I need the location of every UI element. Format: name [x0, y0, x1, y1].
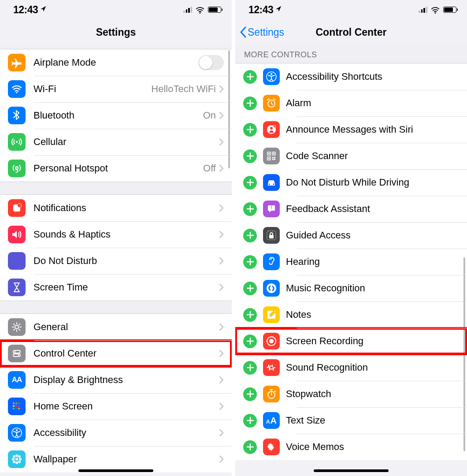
- svg-rect-10: [13, 354, 20, 357]
- settings-row-wallpaper[interactable]: Wallpaper: [0, 446, 232, 472]
- svg-point-49: [273, 184, 274, 185]
- row-label: Sound Recognition: [286, 362, 459, 373]
- control-row-do-not-disturb-while-driving[interactable]: Do Not Disturb While Driving: [235, 169, 467, 196]
- settings-group-network: Airplane ModeWi-FiHelloTech WiFiBluetoot…: [0, 49, 232, 182]
- add-control-button[interactable]: [243, 70, 257, 84]
- add-control-button[interactable]: [243, 255, 257, 269]
- control-row-stopwatch[interactable]: Stopwatch: [235, 381, 467, 407]
- settings-row-home-screen[interactable]: Home Screen: [0, 393, 232, 420]
- chevron-right-icon: [219, 231, 224, 238]
- dnd-icon: [8, 252, 26, 270]
- wifi-icon: [195, 6, 205, 14]
- svg-rect-41: [273, 153, 274, 154]
- svg-point-25: [15, 461, 18, 464]
- lock-icon: [263, 227, 280, 244]
- settings-group-general: GeneralControl CenterAADisplay & Brightn…: [0, 314, 232, 472]
- settings-row-do-not-disturb[interactable]: Do Not Disturb: [0, 248, 232, 274]
- flower-icon: [8, 450, 26, 468]
- svg-point-36: [270, 127, 273, 130]
- svg-rect-44: [272, 157, 274, 158]
- grid-icon: [8, 398, 26, 415]
- svg-point-22: [16, 429, 18, 431]
- control-row-sound-recognition[interactable]: Sound Recognition: [235, 354, 467, 381]
- settings-row-notifications[interactable]: Notifications: [0, 195, 232, 221]
- stopwatch-icon: [263, 386, 280, 402]
- add-control-button[interactable]: [243, 149, 257, 163]
- back-label: Settings: [248, 26, 284, 38]
- control-row-text-size[interactable]: AAText Size: [235, 407, 467, 434]
- control-row-feedback-assistant[interactable]: !Feedback Assistant: [235, 196, 467, 222]
- svg-rect-19: [15, 408, 17, 409]
- control-row-code-scanner[interactable]: Code Scanner: [235, 143, 467, 169]
- row-label: Stopwatch: [286, 388, 459, 400]
- svg-point-9: [15, 351, 16, 353]
- svg-point-53: [267, 283, 276, 293]
- settings-row-control-center[interactable]: Control Center: [0, 340, 232, 367]
- wifi-icon: [8, 80, 26, 98]
- control-row-announce-messages-with-siri[interactable]: Announce Messages with Siri: [235, 116, 467, 143]
- svg-point-57: [270, 366, 273, 369]
- add-control-button[interactable]: [243, 282, 257, 295]
- settings-row-airplane-mode[interactable]: Airplane Mode: [0, 49, 232, 76]
- chevron-right-icon: [219, 456, 224, 463]
- row-label: Home Screen: [33, 401, 219, 412]
- chevron-right-icon: [219, 257, 224, 264]
- qr-icon: [263, 148, 280, 164]
- chevron-right-icon: [219, 138, 224, 145]
- svg-rect-52: [269, 235, 274, 238]
- battery-icon: [443, 7, 456, 13]
- svg-point-28: [13, 455, 15, 458]
- add-control-button[interactable]: [243, 335, 257, 348]
- add-control-button[interactable]: [243, 387, 257, 401]
- sound-icon: [8, 226, 26, 243]
- settings-row-general[interactable]: General: [0, 314, 232, 340]
- control-row-notes[interactable]: Notes: [235, 301, 467, 328]
- settings-row-display-brightness[interactable]: AADisplay & Brightness: [0, 367, 232, 393]
- chevron-right-icon: [219, 429, 224, 436]
- row-label: Cellular: [33, 136, 219, 148]
- add-control-button[interactable]: [243, 176, 257, 190]
- status-time: 12:43: [248, 4, 273, 16]
- control-row-accessibility-shortcuts[interactable]: Accessibility Shortcuts: [235, 63, 467, 90]
- control-row-hearing[interactable]: Hearing: [235, 249, 467, 275]
- location-icon: [275, 5, 282, 15]
- settings-row-personal-hotspot[interactable]: Personal HotspotOff: [0, 155, 232, 182]
- settings-row-accessibility[interactable]: Accessibility: [0, 420, 232, 446]
- settings-row-cellular[interactable]: Cellular: [0, 129, 232, 155]
- svg-point-37: [274, 126, 276, 128]
- hotspot-icon: [8, 160, 26, 177]
- svg-point-30: [13, 461, 15, 463]
- settings-row-bluetooth[interactable]: BluetoothOn: [0, 102, 232, 129]
- add-control-button[interactable]: [243, 308, 257, 322]
- add-control-button[interactable]: [243, 97, 257, 110]
- svg-point-6: [18, 204, 22, 208]
- control-row-screen-recording[interactable]: Screen Recording: [235, 328, 467, 354]
- car-icon: [263, 174, 280, 191]
- home-indicator[interactable]: [78, 469, 153, 472]
- control-row-voice-memos[interactable]: Voice Memos: [235, 434, 467, 460]
- settings-row-screen-time[interactable]: Screen Time: [0, 274, 232, 301]
- svg-rect-46: [272, 159, 274, 160]
- control-row-guided-access[interactable]: Guided Access: [235, 222, 467, 249]
- control-row-alarm[interactable]: Alarm: [235, 90, 467, 116]
- wifi-icon: [430, 6, 440, 14]
- row-label: Alarm: [286, 97, 459, 109]
- add-control-button[interactable]: [243, 440, 257, 454]
- back-button[interactable]: Settings: [240, 26, 284, 38]
- settings-row-wi-fi[interactable]: Wi-FiHelloTech WiFi: [0, 76, 232, 102]
- add-control-button[interactable]: [243, 123, 257, 137]
- toggle-switch[interactable]: [198, 55, 224, 70]
- row-label: Notifications: [33, 202, 219, 214]
- page-title: Control Center: [316, 26, 387, 38]
- add-control-button[interactable]: [243, 202, 257, 216]
- page-title: Settings: [96, 26, 136, 38]
- control-row-music-recognition[interactable]: Music Recognition: [235, 275, 467, 301]
- settings-row-sounds-haptics[interactable]: Sounds & Haptics: [0, 221, 232, 248]
- row-label: Airplane Mode: [33, 57, 198, 68]
- home-indicator[interactable]: [314, 469, 389, 472]
- hourglass-icon: [8, 279, 26, 296]
- add-control-button[interactable]: [243, 414, 257, 428]
- add-control-button[interactable]: [243, 229, 257, 242]
- svg-rect-20: [18, 408, 20, 409]
- add-control-button[interactable]: [243, 361, 257, 375]
